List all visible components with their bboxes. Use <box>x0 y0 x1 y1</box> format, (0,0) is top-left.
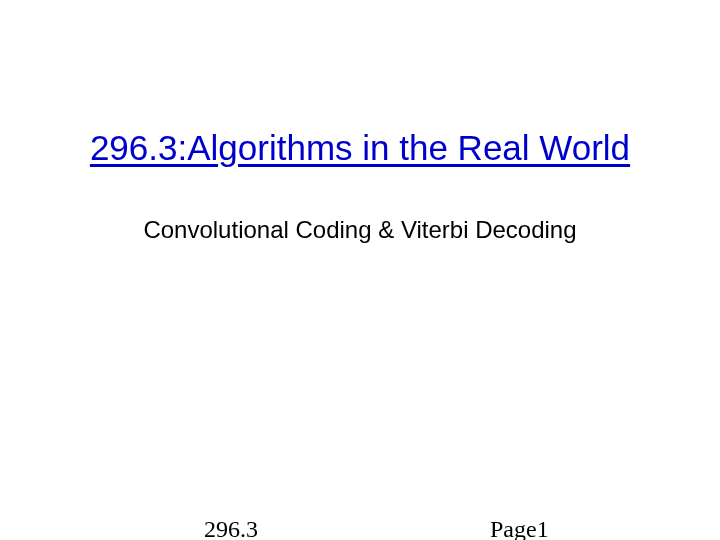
slide-subtitle: Convolutional Coding & Viterbi Decoding <box>34 216 686 244</box>
slide-title: 296.3:Algorithms in the Real World <box>34 128 686 168</box>
footer-page-number: Page1 <box>490 516 549 540</box>
footer-course-number: 296.3 <box>204 516 258 540</box>
